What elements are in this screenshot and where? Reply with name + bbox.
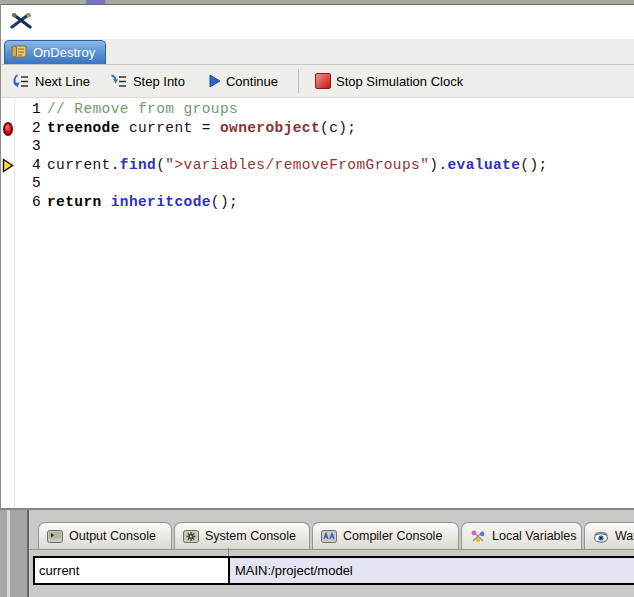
local-variables-table: currentMAIN:/project/model xyxy=(33,556,634,585)
token-keyword: treenode xyxy=(47,120,120,136)
token-plain: (); xyxy=(520,157,547,173)
window-title-area xyxy=(1,5,634,39)
code-text: // Remove from groups xyxy=(47,101,238,117)
script-scroll-icon xyxy=(11,45,27,61)
code-line[interactable]: 3 xyxy=(1,138,634,157)
step-next-line-icon xyxy=(12,74,30,89)
window-edge-accent xyxy=(86,0,105,4)
local-variables-icon xyxy=(470,529,486,543)
token-string: ">variables/removeFromGroups" xyxy=(165,157,429,173)
stop-simulation-clock-button[interactable]: Stop Simulation Clock xyxy=(309,70,469,92)
tab-watch-label: Watch xyxy=(615,529,634,543)
line-number: 3 xyxy=(1,138,41,154)
step-into-label: Step Into xyxy=(133,74,185,89)
code-line[interactable]: 6return inheritcode(); xyxy=(1,194,634,213)
tab-compiler-console-label: Compiler Console xyxy=(343,529,442,543)
step-into-button[interactable]: Step Into xyxy=(104,71,191,92)
line-number: 1 xyxy=(1,101,41,117)
next-line-button[interactable]: Next Line xyxy=(6,71,96,92)
token-plain: ( xyxy=(156,157,165,173)
tab-watch[interactable]: Watch xyxy=(584,522,634,549)
line-number: 2 xyxy=(1,120,41,136)
stop-simulation-clock-label: Stop Simulation Clock xyxy=(336,74,463,89)
line-number: 5 xyxy=(1,175,41,191)
table-column-divider xyxy=(228,548,229,556)
console-tab-bar: Output ConsoleSystem ConsoleCompiler Con… xyxy=(29,522,634,550)
code-line[interactable]: 5 xyxy=(1,175,634,194)
top-window-edge xyxy=(0,0,634,4)
code-line[interactable]: 4current.find(">variables/removeFromGrou… xyxy=(1,157,634,176)
code-line[interactable]: 2treenode current = ownerobject(c); xyxy=(1,120,634,139)
panel-left-margin xyxy=(0,495,27,597)
console-panel: Local Variables Output ConsoleSystem Con… xyxy=(0,495,634,597)
tab-local-variables-label: Local Variables xyxy=(492,529,577,543)
output-console-icon xyxy=(47,530,63,543)
debugger-screen: Local Variables Output ConsoleSystem Con… xyxy=(0,0,634,597)
code-text: return inheritcode(); xyxy=(47,194,238,210)
watch-eye-icon xyxy=(593,530,609,543)
tab-ondestroy-label: OnDestroy xyxy=(33,45,95,60)
next-line-label: Next Line xyxy=(35,74,90,89)
compiler-console-icon xyxy=(321,530,337,543)
token-method: evaluate xyxy=(447,157,520,173)
tab-output-console[interactable]: Output Console xyxy=(38,522,172,549)
continue-play-icon xyxy=(209,74,221,88)
editor-tab-strip: OnDestroy xyxy=(1,39,634,65)
stop-square-icon xyxy=(315,73,331,89)
tab-system-console[interactable]: System Console xyxy=(174,522,310,549)
token-plain: (c); xyxy=(320,120,356,136)
debug-toolbar: Next LineStep IntoContinue Stop Simulati… xyxy=(1,65,634,98)
continue-label: Continue xyxy=(226,74,278,89)
token-keyword: return xyxy=(47,194,102,210)
tab-output-console-label: Output Console xyxy=(69,529,156,543)
system-console-icon xyxy=(183,530,199,543)
code-line[interactable]: 1// Remove from groups xyxy=(1,101,634,120)
code-text: treenode current = ownerobject(c); xyxy=(47,120,356,136)
tab-system-console-label: System Console xyxy=(205,529,296,543)
script-editor-window: OnDestroy Next LineStep IntoContinue Sto… xyxy=(0,4,634,510)
token-method: inheritcode xyxy=(111,194,211,210)
token-plain: (); xyxy=(211,194,238,210)
tab-local-variables[interactable]: Local Variables xyxy=(461,522,582,549)
token-method: find xyxy=(120,157,156,173)
code-text: current.find(">variables/removeFromGroup… xyxy=(47,157,548,173)
variable-name-cell[interactable]: current xyxy=(35,558,228,583)
tab-ondestroy[interactable]: OnDestroy xyxy=(4,40,106,64)
toolbar-separator xyxy=(298,69,299,93)
token-command: ownerobject xyxy=(220,120,320,136)
panel-left-strip xyxy=(7,495,10,597)
token-plain xyxy=(102,194,111,210)
token-plain: current. xyxy=(47,157,120,173)
token-comment: // Remove from groups xyxy=(47,101,238,117)
variable-value-cell[interactable]: MAIN:/project/model xyxy=(228,558,634,583)
continue-button[interactable]: Continue xyxy=(203,71,284,92)
token-plain: ). xyxy=(429,157,447,173)
token-plain: current = xyxy=(120,120,220,136)
tab-compiler-console[interactable]: Compiler Console xyxy=(312,522,459,549)
flexsim-logo-icon xyxy=(10,12,32,29)
line-number: 4 xyxy=(1,157,41,173)
step-into-icon xyxy=(110,74,128,89)
code-editor[interactable]: 1// Remove from groups2treenode current … xyxy=(1,99,634,508)
line-number: 6 xyxy=(1,194,41,210)
